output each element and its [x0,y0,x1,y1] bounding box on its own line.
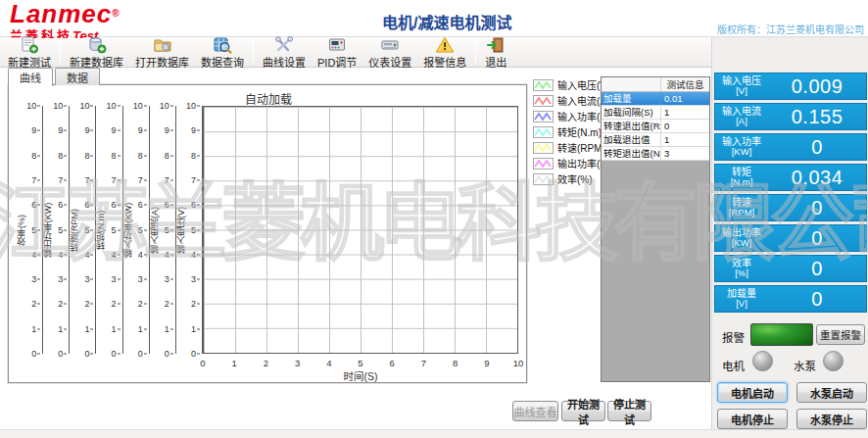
alarm-info-icon [435,36,455,54]
readout-cell-2: 输入功率[KW]0 [714,133,867,161]
test-info-row-4[interactable]: 转矩退出值(N.m)3 [602,147,709,161]
test-info-row-0[interactable]: 加载量0.01 [602,92,709,106]
pump-start-button[interactable]: 水泵启动 [796,382,867,403]
y-axis-title-4: 输入功率(KW) [124,200,134,260]
toolbar-button-pid-adjust[interactable]: PID调节 [312,38,362,67]
y-axis-title-1: 输出功率(KW) [44,200,54,260]
y-axis-0: 效率(%)109876543210 [17,106,43,354]
tab-curve[interactable]: 曲线 [8,68,53,86]
legend-label: 转速(RPM) [557,140,605,155]
y-tick-label: 5 [58,225,67,234]
registered-mark: ® [112,8,119,19]
tab-bar: 曲线数据 [8,68,102,86]
y-tick-label: 5 [138,225,147,234]
x-tick-label: 6 [390,358,395,368]
test-info-header-spacer [602,77,661,91]
y-axis-title-2: 转速(RPM) [71,207,80,254]
pump-stop-button[interactable]: 水泵停止 [796,409,867,429]
toolbar-separator [253,40,254,65]
tab-data[interactable]: 数据 [55,68,100,85]
readout-value: 0.034 [768,167,866,189]
toolbar-button-instrument-settings[interactable]: 仪表设置 [362,38,417,67]
readout-label: 输入功率[KW] [715,136,768,158]
measurement-panel: 输入电压[V]0.009输入电流[A]0.155输入功率[KW]0转矩[N.m]… [711,37,868,438]
toolbar-button-curve-settings[interactable]: 曲线设置 [257,38,312,67]
open-database-icon [153,36,172,54]
x-tick-label: 9 [484,358,489,368]
view-curve-button[interactable]: 曲线查看 [512,401,558,421]
y-axis-title-3: 转矩(N.m) [97,208,107,252]
y-tick-label: 3 [191,275,200,284]
y-tick-label: 8 [31,151,40,160]
readout-cell-4: 转速[RPM]0 [714,194,867,221]
y-tick-label: 3 [84,275,93,284]
toolbar-button-new-database[interactable]: 新建数据库 [64,38,129,67]
motor-label: 电机 [722,358,745,373]
y-axis-2: 转速(RPM)109876543210 [70,106,96,354]
y-tick-label: 1 [84,324,93,333]
y-tick-label: 1 [138,324,147,333]
y-tick-label: 8 [191,151,200,160]
y-tick-label: 7 [112,175,121,184]
y-tick-label: 2 [112,300,121,309]
legend-swatch [533,126,554,138]
readout-value: 0 [768,258,866,280]
readout-cell-1: 输入电流[A]0.155 [714,103,867,130]
y-tick-label: 0 [31,350,40,359]
toolbar-button-new-test[interactable]: 新建测试 [2,38,57,67]
readout-cell-6: 效率[%]0 [714,255,867,282]
motor-start-button[interactable]: 电机启动 [717,382,788,403]
curve-settings-icon [274,36,294,54]
test-info-row-label: 加载退出值 [602,133,661,146]
readout-value: 0.009 [768,75,866,98]
readout-label: 转矩[N.m] [715,167,768,188]
readout-label: 输入电压[V] [715,75,768,97]
y-tick-label: 10 [26,102,40,111]
toolbar-button-alarm-info[interactable]: 报警信息 [417,38,472,67]
y-tick-label: 9 [31,126,40,135]
toolbar-button-open-database[interactable]: 打开数据库 [129,38,195,67]
y-axis-4: 输入功率(KW)109876543210 [123,106,150,354]
y-tick-label: 3 [31,275,40,284]
y-tick-label: 4 [112,250,121,259]
y-tick-label: 10 [79,102,93,111]
stop-test-button[interactable]: 停止测试 [607,401,651,421]
y-tick-label: 0 [58,350,67,359]
y-tick-label: 10 [133,102,147,111]
test-info-header-title: 测试信息 [661,77,709,91]
reset-alarm-button[interactable]: 重置报警 [816,324,865,345]
test-info-row-1[interactable]: 加载间隔(S)1 [602,106,709,120]
test-info-row-2[interactable]: 转速退出值(RPM)0 [602,120,709,133]
x-tick-label: 7 [421,358,426,368]
x-axis-title: 时间(S) [203,368,518,383]
legend-swatch [533,158,554,170]
readout-cell-5: 输出功率[KW]0 [714,224,867,252]
y-tick-label: 9 [84,126,93,135]
readout-label: 加载量[V] [715,288,768,310]
y-tick-label: 9 [165,126,173,135]
readout-value: 0 [768,136,866,159]
y-tick-label: 9 [58,126,67,135]
start-test-button[interactable]: 开始测试 [561,401,605,421]
y-tick-label: 8 [138,151,147,160]
readout-value: 0 [768,288,866,311]
y-tick-label: 1 [165,324,173,333]
test-info-row-value: 0 [661,120,709,132]
test-info-rows: 加载量0.01加载间隔(S)1转速退出值(RPM)0加载退出值1转矩退出值(N.… [602,92,709,161]
y-tick-label: 6 [58,201,67,210]
y-tick-label: 0 [112,350,121,359]
x-tick-label: 8 [453,358,458,368]
new-database-icon [87,36,107,54]
test-info-row-3[interactable]: 加载退出值1 [602,133,709,147]
readout-cell-7: 加载量[V]0 [714,285,867,313]
readout-label: 输出功率[KW] [715,227,768,249]
y-tick-label: 1 [112,324,121,333]
y-tick-label: 3 [138,275,147,284]
toolbar-button-data-query[interactable]: 数据查询 [195,38,250,67]
motor-stop-button[interactable]: 电机停止 [717,409,788,429]
readout-cells: 输入电压[V]0.009输入电流[A]0.155输入功率[KW]0转矩[N.m]… [714,73,867,313]
data-query-icon [213,36,232,54]
toolbar-button-exit[interactable]: 退出 [479,38,512,67]
test-info-row-value: 1 [661,106,709,119]
y-tick-label: 4 [191,250,200,259]
